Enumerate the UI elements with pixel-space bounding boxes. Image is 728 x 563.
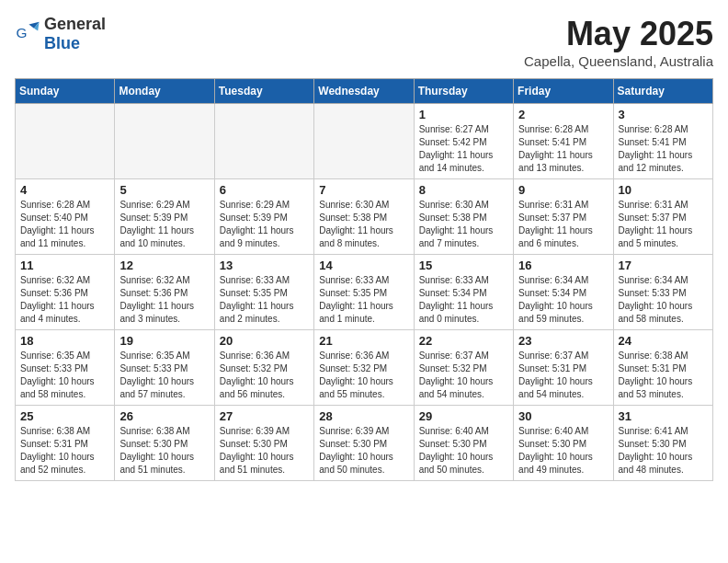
day-number: 27 — [220, 409, 309, 423]
day-number: 8 — [419, 183, 508, 197]
day-number: 21 — [319, 334, 408, 348]
day-number: 3 — [619, 108, 708, 121]
calendar-cell: 1Sunrise: 6:27 AM Sunset: 5:42 PM Daylig… — [414, 104, 513, 179]
calendar-cell — [214, 104, 313, 179]
day-number: 1 — [419, 108, 508, 121]
day-info: Sunrise: 6:30 AM Sunset: 5:38 PM Dayligh… — [419, 199, 508, 250]
header-wednesday: Wednesday — [314, 79, 414, 104]
header-saturday: Saturday — [613, 79, 712, 104]
day-number: 4 — [20, 183, 109, 197]
day-info: Sunrise: 6:34 AM Sunset: 5:34 PM Dayligh… — [518, 274, 608, 326]
calendar-cell: 27Sunrise: 6:39 AM Sunset: 5:30 PM Dayli… — [214, 406, 313, 481]
day-number: 20 — [220, 334, 309, 348]
calendar-cell: 16Sunrise: 6:34 AM Sunset: 5:34 PM Dayli… — [514, 255, 613, 330]
day-info: Sunrise: 6:35 AM Sunset: 5:33 PM Dayligh… — [20, 350, 109, 401]
calendar-cell: 30Sunrise: 6:40 AM Sunset: 5:30 PM Dayli… — [514, 406, 613, 481]
logo: G General Blue — [15, 15, 106, 53]
calendar-cell — [314, 104, 414, 179]
day-info: Sunrise: 6:37 AM Sunset: 5:31 PM Dayligh… — [518, 350, 608, 401]
day-number: 2 — [518, 108, 608, 121]
day-info: Sunrise: 6:35 AM Sunset: 5:33 PM Dayligh… — [119, 350, 209, 401]
header-friday: Friday — [514, 79, 613, 104]
calendar-cell: 21Sunrise: 6:36 AM Sunset: 5:32 PM Dayli… — [314, 330, 414, 406]
day-number: 26 — [119, 409, 209, 423]
calendar-cell: 4Sunrise: 6:28 AM Sunset: 5:40 PM Daylig… — [16, 179, 115, 255]
day-number: 25 — [20, 409, 109, 423]
day-number: 5 — [119, 183, 209, 197]
logo-text: General Blue — [44, 15, 106, 53]
calendar-table: SundayMondayTuesdayWednesdayThursdayFrid… — [15, 78, 713, 481]
day-number: 23 — [518, 334, 608, 348]
day-number: 22 — [419, 334, 508, 348]
day-number: 12 — [119, 259, 209, 272]
day-info: Sunrise: 6:41 AM Sunset: 5:30 PM Dayligh… — [619, 425, 708, 477]
calendar-cell — [115, 104, 214, 179]
day-number: 18 — [20, 334, 109, 348]
day-info: Sunrise: 6:28 AM Sunset: 5:41 PM Dayligh… — [619, 123, 708, 175]
day-info: Sunrise: 6:31 AM Sunset: 5:37 PM Dayligh… — [518, 199, 608, 250]
day-info: Sunrise: 6:33 AM Sunset: 5:35 PM Dayligh… — [220, 274, 309, 326]
day-number: 14 — [319, 259, 408, 272]
day-info: Sunrise: 6:32 AM Sunset: 5:36 PM Dayligh… — [20, 274, 109, 326]
calendar-cell: 17Sunrise: 6:34 AM Sunset: 5:33 PM Dayli… — [613, 255, 712, 330]
day-info: Sunrise: 6:28 AM Sunset: 5:40 PM Dayligh… — [20, 199, 109, 250]
calendar-cell: 26Sunrise: 6:38 AM Sunset: 5:30 PM Dayli… — [115, 406, 214, 481]
day-info: Sunrise: 6:29 AM Sunset: 5:39 PM Dayligh… — [119, 199, 209, 250]
day-number: 7 — [319, 183, 408, 197]
calendar-week-4: 18Sunrise: 6:35 AM Sunset: 5:33 PM Dayli… — [16, 330, 713, 406]
day-info: Sunrise: 6:38 AM Sunset: 5:31 PM Dayligh… — [619, 350, 708, 401]
day-number: 10 — [619, 183, 708, 197]
svg-text:G: G — [16, 25, 27, 40]
calendar-cell: 31Sunrise: 6:41 AM Sunset: 5:30 PM Dayli… — [613, 406, 712, 481]
calendar-week-2: 4Sunrise: 6:28 AM Sunset: 5:40 PM Daylig… — [16, 179, 713, 255]
day-info: Sunrise: 6:34 AM Sunset: 5:33 PM Dayligh… — [619, 274, 708, 326]
calendar-week-1: 1Sunrise: 6:27 AM Sunset: 5:42 PM Daylig… — [16, 104, 713, 179]
day-info: Sunrise: 6:38 AM Sunset: 5:31 PM Dayligh… — [20, 425, 109, 477]
header-monday: Monday — [115, 79, 214, 104]
day-info: Sunrise: 6:32 AM Sunset: 5:36 PM Dayligh… — [119, 274, 209, 326]
day-info: Sunrise: 6:31 AM Sunset: 5:37 PM Dayligh… — [619, 199, 708, 250]
day-info: Sunrise: 6:40 AM Sunset: 5:30 PM Dayligh… — [518, 425, 608, 477]
day-number: 9 — [518, 183, 608, 197]
calendar-cell: 29Sunrise: 6:40 AM Sunset: 5:30 PM Dayli… — [414, 406, 513, 481]
calendar-header-row: SundayMondayTuesdayWednesdayThursdayFrid… — [16, 79, 713, 104]
title-section: May 2025 Capella, Queensland, Australia — [524, 15, 713, 69]
day-info: Sunrise: 6:40 AM Sunset: 5:30 PM Dayligh… — [419, 425, 508, 477]
day-number: 28 — [319, 409, 408, 423]
calendar-cell: 28Sunrise: 6:39 AM Sunset: 5:30 PM Dayli… — [314, 406, 414, 481]
calendar-cell: 2Sunrise: 6:28 AM Sunset: 5:41 PM Daylig… — [514, 104, 613, 179]
calendar-cell: 10Sunrise: 6:31 AM Sunset: 5:37 PM Dayli… — [613, 179, 712, 255]
calendar-cell: 23Sunrise: 6:37 AM Sunset: 5:31 PM Dayli… — [514, 330, 613, 406]
day-info: Sunrise: 6:30 AM Sunset: 5:38 PM Dayligh… — [319, 199, 408, 250]
day-number: 30 — [518, 409, 608, 423]
calendar-cell: 9Sunrise: 6:31 AM Sunset: 5:37 PM Daylig… — [514, 179, 613, 255]
header-thursday: Thursday — [414, 79, 513, 104]
header-tuesday: Tuesday — [214, 79, 313, 104]
calendar-cell: 11Sunrise: 6:32 AM Sunset: 5:36 PM Dayli… — [16, 255, 115, 330]
calendar-cell: 3Sunrise: 6:28 AM Sunset: 5:41 PM Daylig… — [613, 104, 712, 179]
day-info: Sunrise: 6:29 AM Sunset: 5:39 PM Dayligh… — [220, 199, 309, 250]
calendar-cell: 24Sunrise: 6:38 AM Sunset: 5:31 PM Dayli… — [613, 330, 712, 406]
day-number: 16 — [518, 259, 608, 272]
day-info: Sunrise: 6:36 AM Sunset: 5:32 PM Dayligh… — [220, 350, 309, 401]
calendar-cell: 5Sunrise: 6:29 AM Sunset: 5:39 PM Daylig… — [115, 179, 214, 255]
day-info: Sunrise: 6:39 AM Sunset: 5:30 PM Dayligh… — [220, 425, 309, 477]
day-number: 15 — [419, 259, 508, 272]
header: G General Blue May 2025 Capella, Queensl… — [15, 15, 713, 69]
calendar-cell: 7Sunrise: 6:30 AM Sunset: 5:38 PM Daylig… — [314, 179, 414, 255]
calendar-cell: 14Sunrise: 6:33 AM Sunset: 5:35 PM Dayli… — [314, 255, 414, 330]
calendar-cell: 22Sunrise: 6:37 AM Sunset: 5:32 PM Dayli… — [414, 330, 513, 406]
day-info: Sunrise: 6:33 AM Sunset: 5:34 PM Dayligh… — [419, 274, 508, 326]
calendar-cell — [16, 104, 115, 179]
calendar-cell: 6Sunrise: 6:29 AM Sunset: 5:39 PM Daylig… — [214, 179, 313, 255]
calendar-cell: 25Sunrise: 6:38 AM Sunset: 5:31 PM Dayli… — [16, 406, 115, 481]
day-number: 17 — [619, 259, 708, 272]
day-info: Sunrise: 6:28 AM Sunset: 5:41 PM Dayligh… — [518, 123, 608, 175]
calendar-subtitle: Capella, Queensland, Australia — [524, 53, 713, 69]
day-number: 24 — [619, 334, 708, 348]
header-sunday: Sunday — [16, 79, 115, 104]
day-number: 6 — [220, 183, 309, 197]
day-info: Sunrise: 6:33 AM Sunset: 5:35 PM Dayligh… — [319, 274, 408, 326]
day-info: Sunrise: 6:39 AM Sunset: 5:30 PM Dayligh… — [319, 425, 408, 477]
calendar-week-3: 11Sunrise: 6:32 AM Sunset: 5:36 PM Dayli… — [16, 255, 713, 330]
